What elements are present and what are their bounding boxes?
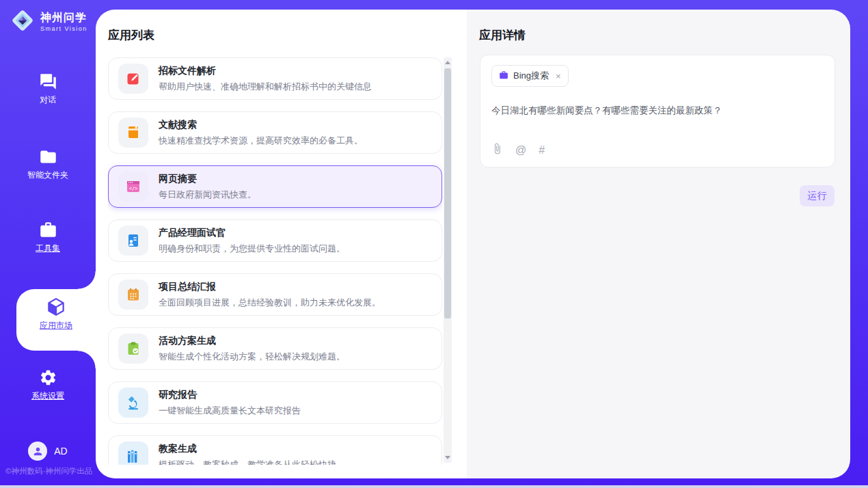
app-list-scrollbar[interactable] xyxy=(444,57,452,463)
app-detail-panel: 应用详情 Bing搜索 × 今日湖北有哪些新闻要点？有哪些需要关注的最新政策？ … xyxy=(467,10,850,478)
brand-subtitle: Smart Vision xyxy=(40,25,87,32)
user-account[interactable]: AD xyxy=(0,442,96,461)
app-window: 神州问学 Smart Vision 对话 智能文件夹 工具集 xyxy=(0,0,868,485)
brand-logo: 神州问学 Smart Vision xyxy=(10,8,87,36)
app-card-title: 研究报告 xyxy=(159,389,301,401)
toolbox-icon xyxy=(0,221,96,239)
sidebar-item-label: 智能文件夹 xyxy=(27,170,68,181)
folder-icon xyxy=(0,148,96,166)
mention-icon[interactable]: @ xyxy=(515,144,526,157)
app-card-desc: 全面回顾项目进展，总结经验教训，助力未来优化发展。 xyxy=(159,297,381,309)
sidebar-item-label: 对话 xyxy=(40,94,56,106)
app-card-title: 产品经理面试官 xyxy=(159,227,345,239)
app-card-desc: 一键智能生成高质量长文本研究报告 xyxy=(159,405,301,417)
avatar xyxy=(28,442,47,461)
scrollbar-thumb[interactable] xyxy=(444,68,451,318)
browser-code-icon: </> xyxy=(118,172,148,202)
run-button[interactable]: 运行 xyxy=(800,185,835,206)
app-card-title: 文献搜索 xyxy=(159,119,363,131)
sidebar-item-toolset[interactable]: 工具集 xyxy=(0,221,96,254)
app-card-project-summary[interactable]: 项目总结汇报 全面回顾项目进展，总结经验教训，助力未来优化发展。 xyxy=(108,273,442,316)
app-list-panel: 应用列表 招标文件解析 帮助用户快速、准确地理解和解析招标书中的关键信息 xyxy=(96,10,467,478)
app-card-literature-search[interactable]: 文献搜索 快速精准查找学术资源，提高研究效率的必备工具。 xyxy=(108,111,442,154)
app-card-web-summary[interactable]: </> 网页摘要 每日政府新闻资讯快查。 xyxy=(108,165,442,208)
paperclip-icon[interactable] xyxy=(491,143,503,157)
app-card-title: 网页摘要 xyxy=(159,173,256,185)
sidebar-item-label: 工具集 xyxy=(36,243,60,254)
brand-name: 神州问学 xyxy=(40,12,87,24)
app-card-desc: 帮助用户快速、准确地理解和解析招标书中的关键信息 xyxy=(159,81,372,93)
scroll-up-icon[interactable] xyxy=(445,61,450,64)
sidebar-item-app-market[interactable]: 应用市场 xyxy=(16,289,96,351)
app-card-desc: 每日政府新闻资讯快查。 xyxy=(159,189,256,201)
app-card-desc: 明确身份和职责，为您提供专业性的面试问题。 xyxy=(159,243,345,255)
diamond-logo-icon xyxy=(10,8,36,36)
user-initials: AD xyxy=(54,446,67,457)
document-person-icon xyxy=(118,226,148,256)
window-bottom-edge xyxy=(0,485,868,488)
sidebar-item-label: 应用市场 xyxy=(40,320,72,331)
notepad-icon xyxy=(118,280,148,310)
clipboard-check-icon xyxy=(118,334,148,364)
scroll-down-icon[interactable] xyxy=(445,456,450,459)
app-card-title: 活动方案生成 xyxy=(159,335,345,347)
copyright-footer: ©神州数码·神州问学出品 xyxy=(5,466,101,476)
sidebar-item-label: 系统设置 xyxy=(31,390,64,402)
tool-tag-bing-search[interactable]: Bing搜索 × xyxy=(491,65,569,87)
sidebar-item-settings[interactable]: 系统设置 xyxy=(0,368,96,402)
app-detail-title: 应用详情 xyxy=(479,27,526,43)
edit-document-icon xyxy=(118,64,148,94)
app-list: 招标文件解析 帮助用户快速、准确地理解和解析招标书中的关键信息 文献搜索 快速精… xyxy=(108,57,442,465)
svg-text:</>: </> xyxy=(129,186,138,191)
composer-toolbar: @ # xyxy=(491,143,824,157)
close-icon[interactable]: × xyxy=(556,71,561,81)
microscope-icon xyxy=(118,388,148,418)
sidebar-item-chat[interactable]: 对话 xyxy=(0,72,96,106)
app-card-desc: 智能生成个性化活动方案，轻松解决规划难题。 xyxy=(159,351,345,363)
briefcase-icon xyxy=(499,70,508,82)
prompt-input-card[interactable]: Bing搜索 × 今日湖北有哪些新闻要点？有哪些需要关注的最新政策？ @ # xyxy=(480,55,835,167)
books-icon xyxy=(118,442,148,465)
prompt-text[interactable]: 今日湖北有哪些新闻要点？有哪些需要关注的最新政策？ xyxy=(491,105,824,118)
app-card-desc: 模板驱动，教案秒成，教学准备从此轻松快捷 xyxy=(159,459,336,465)
app-card-research-report[interactable]: 研究报告 一键智能生成高质量长文本研究报告 xyxy=(108,381,442,424)
app-card-lesson-plan[interactable]: 教案生成 模板驱动，教案秒成，教学准备从此轻松快捷 xyxy=(108,435,442,465)
book-icon xyxy=(118,118,148,148)
app-card-pm-interviewer[interactable]: 产品经理面试官 明确身份和职责，为您提供专业性的面试问题。 xyxy=(108,219,442,262)
gear-icon xyxy=(0,368,96,387)
tool-tag-label: Bing搜索 xyxy=(513,70,549,82)
sidebar-item-smart-folder[interactable]: 智能文件夹 xyxy=(0,148,96,181)
topic-icon[interactable]: # xyxy=(539,144,545,157)
app-list-title: 应用列表 xyxy=(108,27,154,43)
app-card-title: 招标文件解析 xyxy=(159,65,372,77)
app-card-bid-document-analysis[interactable]: 招标文件解析 帮助用户快速、准确地理解和解析招标书中的关键信息 xyxy=(108,57,442,100)
cube-icon xyxy=(16,297,96,317)
app-card-title: 教案生成 xyxy=(159,443,336,455)
app-card-event-plan[interactable]: 活动方案生成 智能生成个性化活动方案，轻松解决规划难题。 xyxy=(108,327,442,370)
app-card-desc: 快速精准查找学术资源，提高研究效率的必备工具。 xyxy=(159,135,363,147)
chat-icon xyxy=(0,72,96,91)
app-card-title: 项目总结汇报 xyxy=(159,281,381,293)
sidebar: 神州问学 Smart Vision 对话 智能文件夹 工具集 xyxy=(0,0,96,485)
